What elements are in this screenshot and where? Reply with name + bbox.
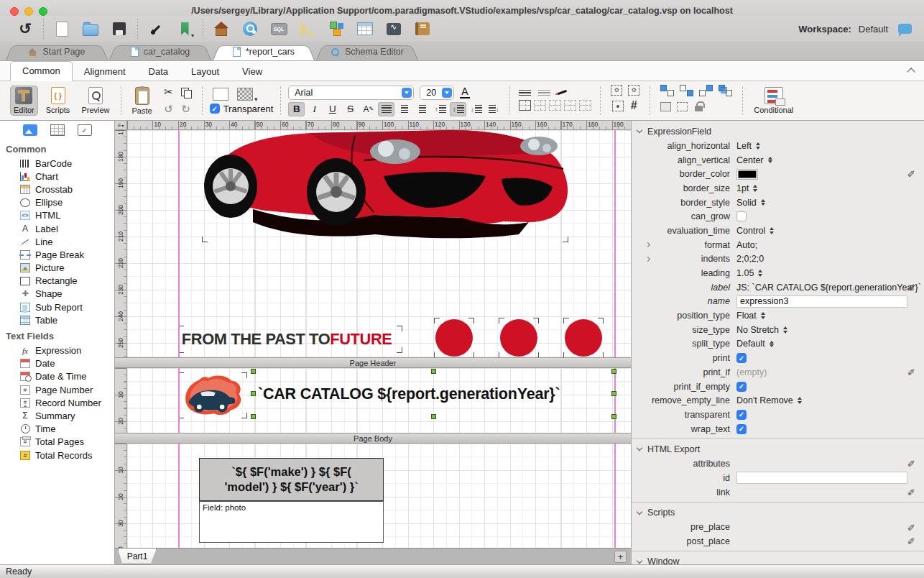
stepper-icon[interactable]	[756, 142, 760, 150]
edit-pencil-icon[interactable]: ✎	[906, 170, 917, 178]
page-header-separator[interactable]: Page Header	[115, 357, 631, 368]
guide-line-left[interactable]	[178, 368, 180, 433]
border-inner-button[interactable]	[564, 100, 576, 111]
design-ruler-icon[interactable]	[298, 19, 317, 38]
car-picture[interactable]	[203, 130, 569, 239]
guide-line-left[interactable]	[178, 444, 180, 548]
fields-tab-icon[interactable]	[50, 124, 65, 136]
selection-handle[interactable]	[251, 414, 256, 419]
font-name-select[interactable]: Arial	[288, 86, 414, 100]
bookmark-icon[interactable]	[175, 19, 194, 38]
close-window-button[interactable]	[10, 7, 19, 16]
stepper-icon[interactable]	[770, 341, 774, 348]
align-center-button[interactable]	[396, 102, 412, 116]
stepper-icon[interactable]	[761, 199, 765, 206]
detail-expression-element[interactable]: `${ $F('make') } ${ $F( 'model') } ${ $F…	[199, 458, 384, 501]
palette-item-html[interactable]: HTML	[0, 209, 114, 222]
schema-diagram-icon[interactable]	[327, 19, 346, 38]
paragraph-flow-button[interactable]: ↓	[486, 102, 502, 116]
title-expression-element[interactable]: `CAR CATALOG ${report.generationYear}`	[253, 371, 614, 417]
report-canvas[interactable]: ≡▾ 1020304050607080901001101201301401501…	[115, 121, 631, 564]
stepper-icon[interactable]	[768, 157, 772, 164]
color-swatch[interactable]	[736, 169, 758, 180]
copy-button[interactable]	[177, 83, 195, 101]
property-input[interactable]: expression3	[736, 295, 907, 308]
stepper-icon[interactable]	[753, 185, 757, 192]
add-part-button[interactable]: +	[614, 551, 627, 563]
monitor-icon[interactable]	[384, 19, 403, 38]
logo-picture-element[interactable]	[178, 372, 247, 418]
select-objects-button[interactable]: ⚙	[611, 85, 622, 96]
editor-mode-button[interactable]: Editor	[10, 86, 38, 116]
controls-tab-icon[interactable]	[23, 124, 37, 136]
ungroup-button[interactable]	[677, 102, 688, 111]
send-to-back-button[interactable]	[719, 85, 732, 96]
open-project-icon[interactable]	[81, 19, 100, 38]
ribbon-tab-data[interactable]: Data	[137, 63, 180, 81]
palette-item-chart[interactable]: Chart	[0, 170, 114, 183]
edit-pencil-icon[interactable]: ✎	[906, 459, 917, 467]
checkbox[interactable]	[736, 211, 747, 221]
stepper-icon[interactable]	[783, 326, 787, 334]
guide-line-right[interactable]	[614, 130, 616, 357]
guide-line-left[interactable]	[178, 130, 180, 357]
cut-button[interactable]: ✂	[160, 83, 177, 101]
border-all-button[interactable]	[519, 100, 531, 111]
tasks-tab-icon[interactable]	[78, 124, 92, 136]
align-right-button[interactable]	[414, 102, 430, 116]
save-icon[interactable]	[110, 19, 129, 38]
property-input[interactable]	[736, 472, 907, 484]
palette-item-page-break[interactable]: Page Break	[0, 248, 114, 261]
inspector-section-header[interactable]: Window	[632, 554, 924, 564]
palette-item-table[interactable]: Table	[0, 313, 114, 326]
ruler-options-button[interactable]: ≡▾	[115, 121, 127, 130]
brush-icon[interactable]	[147, 19, 165, 38]
ribbon-tab-layout[interactable]: Layout	[180, 63, 231, 81]
palette-item-ellipse[interactable]: Ellipse	[0, 196, 114, 209]
undo-icon[interactable]	[16, 19, 34, 38]
workspace-value[interactable]: Default	[859, 24, 888, 35]
bring-forward-button[interactable]	[660, 85, 674, 96]
selection-handle[interactable]	[431, 369, 436, 374]
conditional-formatting-button[interactable]: Conditional	[750, 86, 797, 116]
ellipse-element[interactable]	[499, 318, 539, 357]
paste-button[interactable]: Paste	[129, 86, 156, 116]
palette-item-summary[interactable]: Summary	[0, 409, 114, 422]
grid-toggle-button[interactable]: #	[631, 99, 637, 113]
palette-item-label[interactable]: Label	[0, 222, 114, 235]
palette-item-picture[interactable]: Picture	[0, 262, 114, 275]
border-outer-button[interactable]	[549, 100, 561, 111]
align-left-button[interactable]	[378, 102, 394, 116]
preview-mode-button[interactable]: Preview	[78, 86, 113, 116]
underline-button[interactable]: U	[324, 102, 341, 116]
database-search-icon[interactable]	[241, 19, 259, 38]
ribbon-tab-alignment[interactable]: Alignment	[73, 63, 137, 81]
new-document-icon[interactable]	[52, 19, 71, 38]
italic-button[interactable]: I	[306, 102, 323, 116]
ellipse-element[interactable]	[434, 318, 474, 357]
reference-book-icon[interactable]	[413, 19, 432, 38]
tab--report-cars[interactable]: *report_cars	[213, 43, 315, 60]
home-icon[interactable]	[212, 19, 231, 38]
undo-button[interactable]: ↺	[160, 101, 177, 118]
strikethrough-button[interactable]: S	[342, 102, 359, 116]
lock-icon[interactable]	[695, 106, 703, 111]
guide-line-right[interactable]	[614, 444, 616, 548]
text-style-button[interactable]: A✎	[360, 102, 376, 116]
tab-start-page[interactable]: Start Page	[6, 43, 108, 60]
palette-item-line[interactable]: Line	[0, 235, 114, 248]
selection-handle[interactable]	[611, 369, 616, 374]
stepper-icon[interactable]	[798, 397, 802, 404]
palette-item-sub-report[interactable]: Sub Report	[0, 301, 114, 313]
inspector-section-header[interactable]: Scripts	[632, 505, 924, 520]
fill-color-swatch[interactable]	[213, 88, 228, 101]
stepper-icon[interactable]	[758, 270, 762, 277]
page-body-separator[interactable]: Page Body	[115, 433, 631, 444]
line-spacing-button[interactable]: ↕	[450, 102, 466, 116]
palette-item-expression[interactable]: Expression	[0, 344, 114, 357]
tagline-label-element[interactable]: FROM THE PAST TO FUTURE	[178, 326, 402, 353]
sql-icon[interactable]	[269, 19, 288, 38]
edit-pencil-icon[interactable]: ✎	[906, 488, 917, 496]
photo-field-element[interactable]: Field: photo	[199, 501, 384, 543]
guide-line-right[interactable]	[614, 368, 616, 433]
